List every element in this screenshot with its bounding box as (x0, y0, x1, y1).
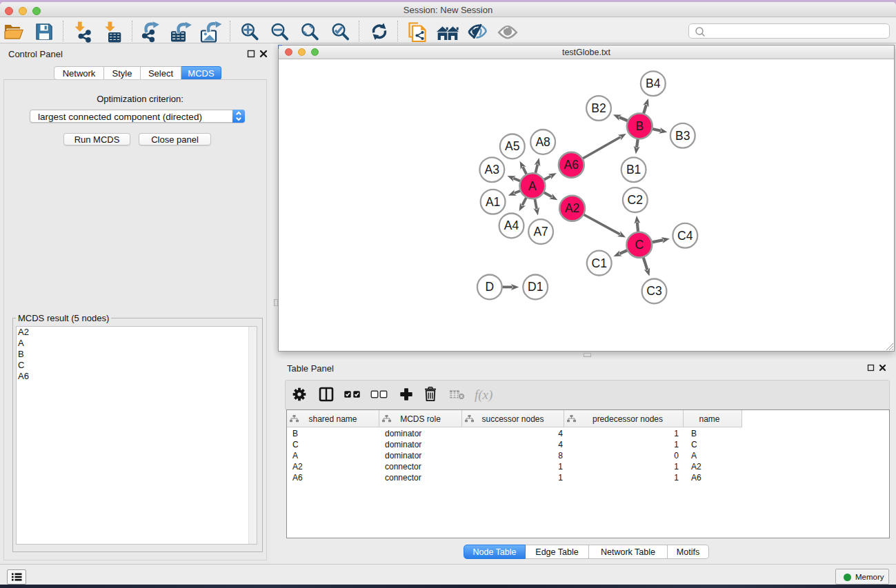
svg-text:A: A (528, 179, 537, 193)
svg-text:B1: B1 (626, 163, 641, 176)
svg-text:C4: C4 (677, 229, 693, 243)
svg-text:B2: B2 (591, 101, 606, 115)
svg-text:f(x): f(x) (475, 387, 492, 403)
svg-text:A7: A7 (533, 225, 548, 239)
svg-text:A6: A6 (564, 158, 579, 172)
svg-text:B3: B3 (675, 129, 690, 143)
svg-text:C3: C3 (646, 284, 661, 298)
svg-text:B4: B4 (646, 77, 661, 90)
svg-text:A3: A3 (485, 163, 499, 176)
svg-text:A5: A5 (505, 139, 519, 153)
svg-text:A2: A2 (565, 201, 579, 215)
svg-text:C: C (635, 238, 644, 252)
svg-text:A4: A4 (504, 219, 519, 232)
svg-text:A8: A8 (535, 135, 550, 149)
svg-text:B: B (635, 119, 644, 133)
svg-text:D: D (485, 280, 494, 294)
svg-text:D1: D1 (528, 280, 543, 294)
svg-text:C1: C1 (592, 256, 607, 270)
svg-text:A1: A1 (486, 195, 500, 209)
svg-text:C2: C2 (628, 193, 643, 207)
